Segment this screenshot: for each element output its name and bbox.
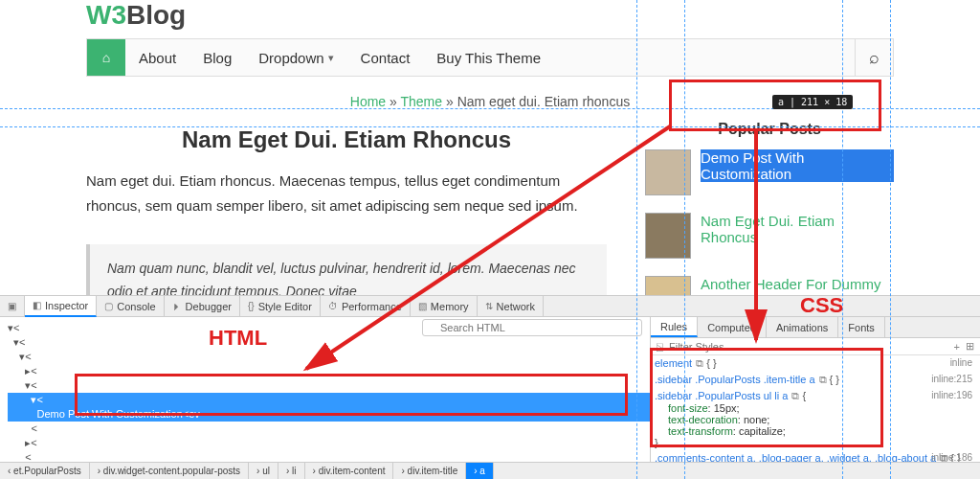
search-icon: ⌕ xyxy=(869,48,880,68)
inspector-icon: ◧ xyxy=(33,300,41,310)
annotation-box-popular xyxy=(669,80,881,131)
nav-item-dropdown[interactable]: Dropdown xyxy=(245,39,346,76)
navbar: ⌂ About Blog Dropdown Contact Buy This T… xyxy=(86,38,894,77)
crumb[interactable]: › li xyxy=(278,463,305,480)
nav-item-buy[interactable]: Buy This Theme xyxy=(423,39,554,76)
nav-home-button[interactable]: ⌂ xyxy=(87,39,125,76)
breadcrumb-current: Nam eget dui. Etiam rhoncus xyxy=(457,94,631,109)
css-tab-animations[interactable]: Animations xyxy=(767,317,838,337)
toggle-icon[interactable]: ⊞ xyxy=(966,340,974,353)
crumb[interactable]: › div.item-content xyxy=(305,463,394,480)
css-tab-fonts[interactable]: Fonts xyxy=(838,317,885,337)
annotation-label-html: HTML xyxy=(209,326,267,351)
debugger-icon: ⏵ xyxy=(172,301,182,311)
nav-item-about[interactable]: About xyxy=(125,39,189,76)
breadcrumb-home[interactable]: Home xyxy=(350,94,386,109)
home-icon: ⌂ xyxy=(102,50,110,65)
devtools-breadcrumbs[interactable]: ‹ et.PopularPosts› div.widget-content.po… xyxy=(0,462,980,479)
devtools-tab-console[interactable]: ▢Console xyxy=(97,296,164,317)
breadcrumb-theme[interactable]: Theme xyxy=(401,94,443,109)
annotation-box-css xyxy=(650,348,883,447)
devtools-picker[interactable]: ▣ xyxy=(0,296,25,317)
devtools-tab-inspector[interactable]: ◧Inspector xyxy=(25,296,97,317)
svg-line-0 xyxy=(306,126,670,369)
annotation-label-css: CSS xyxy=(800,293,843,318)
picker-icon: ▣ xyxy=(8,301,16,311)
logo: W3Blog xyxy=(86,0,894,31)
devtools-tab-debugger[interactable]: ⏵Debugger xyxy=(165,296,240,317)
nav-item-contact[interactable]: Contact xyxy=(347,39,424,76)
style-icon: {} xyxy=(248,301,255,311)
add-rule-icon[interactable]: + xyxy=(954,341,960,353)
arrow xyxy=(268,125,679,383)
popular-post-link[interactable]: Nam Eget Dui. Etiam Rhoncus xyxy=(701,213,894,245)
crumb[interactable]: › div.widget-content.popular-posts xyxy=(90,463,249,480)
crumb[interactable]: › ul xyxy=(249,463,278,480)
crumb[interactable]: › a xyxy=(466,463,494,480)
crumb[interactable]: ‹ et.PopularPosts xyxy=(0,463,90,480)
arrow xyxy=(737,129,775,350)
popular-post-link[interactable]: Demo Post With Customization xyxy=(701,149,894,182)
console-icon: ▢ xyxy=(104,301,113,311)
crumb[interactable]: › div.item-title xyxy=(393,463,466,480)
nav-item-blog[interactable]: Blog xyxy=(189,39,245,76)
nav-search-button[interactable]: ⌕ xyxy=(855,39,893,76)
